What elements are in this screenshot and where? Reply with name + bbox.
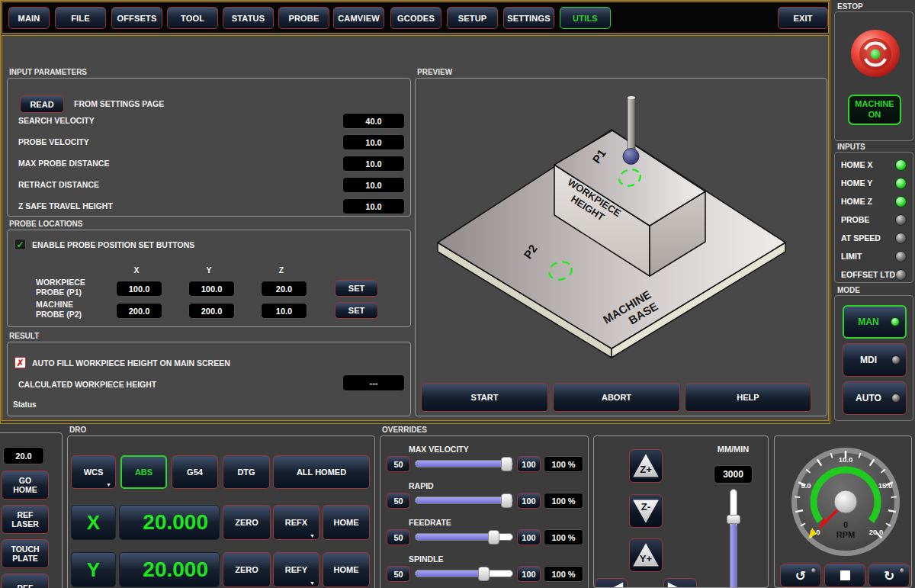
x-home-button[interactable]: HOME [323,505,370,540]
mode-group: MAN MDI AUTO [834,295,913,421]
estop-group: MACHINE ON [834,11,913,141]
feedrate-min-button[interactable]: 50 [387,529,410,545]
col-x-header: X [121,265,152,275]
chevron-down-icon: ▼ [310,533,315,538]
menu-main[interactable]: MAIN [8,7,50,29]
x-zero-button[interactable]: ZERO [223,505,271,540]
feedrate-slider[interactable] [415,533,513,541]
max-velocity-slider[interactable] [415,460,513,468]
rapid-pct: 100 % [544,493,583,509]
result-group: RESULT ✗ AUTO FILL WORKPIECE HEIGHT ON M… [7,342,411,416]
x-ref-button[interactable]: REFX▼ [273,505,319,540]
estop-button[interactable] [850,29,901,79]
max-velocity-min-button[interactable]: 50 [387,456,410,472]
probe-velocity-field[interactable]: 10.0 [342,134,405,150]
col-y-header: Y [194,265,224,275]
g54-button[interactable]: G54 [172,455,218,489]
wcs-button[interactable]: WCS▼ [71,455,116,489]
input-home-y: HOME Y [835,174,913,192]
max-velocity-max-button[interactable]: 100 [517,456,541,472]
max-probe-distance-field[interactable]: 10.0 [342,156,405,172]
probe-locations-group: PROBE LOCATIONS ✓ ENABLE PROBE POSITION … [7,230,411,327]
p1-set-button[interactable]: SET [335,280,378,297]
help-button[interactable]: HELP [685,383,811,412]
spindle-reverse-button[interactable]: ↺ [780,564,821,587]
p1-z-field[interactable]: 20.0 [261,281,307,297]
y-ref-button[interactable]: REFY▼ [273,552,319,587]
calculated-height-field: --- [342,374,405,391]
search-velocity-field[interactable]: 40.0 [342,113,405,129]
y-home-button[interactable]: HOME [323,552,370,587]
spindle-ovr-slider[interactable] [415,570,513,577]
exit-button[interactable]: EXIT [778,7,828,29]
jog-rate-field[interactable]: 3000 [714,465,753,484]
menu-offsets[interactable]: OFFSETS [111,7,162,29]
estop-center-led [871,50,881,59]
p2-set-button[interactable]: SET [335,302,378,319]
input-home-x: HOME X [835,156,913,174]
p1-y-field[interactable]: 100.0 [188,281,235,297]
all-homed-button[interactable]: ALL HOMED [273,455,370,489]
menu-status[interactable]: STATUS [223,7,274,29]
spindle-ovr-min-button[interactable]: 50 [387,566,410,582]
p2-row-label-line2: PROBE (P2) [36,310,82,319]
jog-rate-slider[interactable] [730,489,737,588]
z-safe-height-field[interactable]: 10.0 [342,198,405,214]
menu-settings[interactable]: SETTINGS [503,7,554,29]
start-button[interactable]: START [421,383,548,412]
spindle-forward-button[interactable]: ↻ [868,564,910,587]
machine-on-button[interactable]: MACHINE ON [848,95,901,125]
spindle-ovr-max-button[interactable]: 100 [517,566,541,582]
estop-title: ESTOP [837,2,863,11]
p1-x-field[interactable]: 100.0 [116,281,162,297]
menu-camview[interactable]: CAMVIEW [333,7,384,29]
enable-set-buttons-checkbox[interactable]: ✓ [14,239,26,250]
abs-button[interactable]: ABS [120,455,167,489]
ref-button[interactable]: REF [2,574,49,588]
mode-auto-button[interactable]: AUTO [843,381,907,415]
menu-setup[interactable]: SETUP [447,7,498,29]
menu-file[interactable]: FILE [55,7,106,29]
y-zero-button[interactable]: ZERO [223,552,271,587]
jog-rate-unit-label: MM/MIN [705,445,762,454]
rapid-slider[interactable] [415,496,513,504]
feedrate-max-button[interactable]: 100 [517,529,541,545]
probe-stem [628,98,635,153]
spindle-stop-button[interactable] [824,564,865,587]
retract-distance-field[interactable]: 10.0 [342,177,405,193]
jog-x-minus-button[interactable] [595,578,628,588]
menu-probe[interactable]: PROBE [278,7,329,29]
jog-y-plus-button[interactable]: Y+ [629,538,663,572]
mode-man-button[interactable]: MAN [843,305,907,339]
autofill-checkbox[interactable]: ✗ [14,357,26,368]
ref-laser-button[interactable]: REFLASER [2,505,49,534]
jog-z-plus-button[interactable]: Z+ [629,449,663,483]
p2-y-field[interactable]: 200.0 [188,303,235,319]
home-y-led [895,178,907,189]
left-panel-value-field[interactable]: 20.0 [3,447,44,464]
rapid-min-button[interactable]: 50 [387,493,410,509]
jog-x-plus-button[interactable] [663,578,697,588]
go-home-button[interactable]: GOHOME [2,471,49,500]
rapid-label: RAPID [409,481,434,490]
feedrate-label: FEEDRATE [409,518,451,527]
read-button[interactable]: READ [20,95,64,113]
input-eoffset-ltd: EOFFSET LTD [835,265,913,284]
probe-locations-title: PROBE LOCATIONS [9,220,82,228]
mode-mdi-button[interactable]: MDI [843,343,907,377]
man-led [891,317,900,326]
at-speed-led [895,233,907,244]
result-title: RESULT [9,332,39,340]
dtg-button[interactable]: DTG [223,455,270,489]
retract-distance-label: RETRACT DISTANCE [18,180,99,189]
rapid-max-button[interactable]: 100 [517,493,541,509]
menu-gcodes[interactable]: GCODES [390,7,441,29]
abort-button[interactable]: ABORT [553,383,680,412]
p2-z-field[interactable]: 10.0 [261,303,307,319]
jog-z-minus-button[interactable]: Z- [629,494,663,528]
menu-utils[interactable]: UTILS [560,7,611,29]
p2-x-field[interactable]: 200.0 [116,303,162,319]
touch-plate-button[interactable]: TOUCHPLATE [2,539,49,568]
menu-tool[interactable]: TOOL [167,7,218,29]
inputs-title: INPUTS [837,143,865,151]
